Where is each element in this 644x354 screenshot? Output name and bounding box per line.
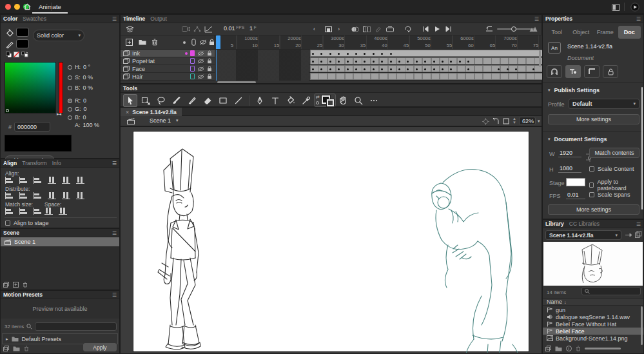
align-left-icon[interactable] [5,177,14,184]
keyframe-dot[interactable] [355,53,357,55]
keyframe-dot[interactable] [364,53,366,55]
keyframe-dot[interactable] [433,68,435,70]
app-tab-animate[interactable]: Animate [32,2,68,14]
scene-list-item[interactable]: Scene 1 [1,237,119,246]
apply-preset-button[interactable]: Apply [83,343,117,351]
hue-radio[interactable] [68,65,72,70]
keyframe-dot[interactable] [373,61,375,63]
keyframe-dot[interactable] [364,61,366,63]
saturation-brightness-box[interactable] [5,62,56,113]
frame-span[interactable] [310,73,543,80]
keyframe-dot[interactable] [373,68,375,70]
keyframe-dot[interactable] [416,61,418,63]
hue-slider-handle[interactable]: ▸◂ [57,112,61,117]
height-value[interactable]: 1080 [558,165,581,173]
keyframe-dot[interactable] [320,53,322,55]
layer-name[interactable]: Face [132,66,188,72]
document-settings-header[interactable]: Document Settings [554,136,607,143]
keyframe-dot[interactable] [450,68,452,70]
scale-content-checkbox[interactable] [589,166,594,172]
panel-menu-icon[interactable]: ☰ [636,16,641,22]
keyframe-dot[interactable] [442,61,444,63]
layer-hidden-icon[interactable] [197,51,204,56]
frame-span[interactable] [310,57,543,64]
timeline-zoom-max-icon[interactable] [529,26,538,32]
keyframe-dot[interactable] [450,61,452,63]
fps-field-value[interactable]: 0.01 [566,192,585,199]
layer-hidden-icon[interactable] [197,66,204,72]
brightness-radio[interactable] [68,86,72,90]
outline-column-icon[interactable] [191,39,196,46]
color-type-dropdown[interactable]: Solid color▾ [33,30,84,41]
keyframe-dot[interactable] [433,61,435,63]
layer-frames-face[interactable] [309,65,543,73]
add-scene-icon[interactable] [13,282,19,288]
tool-stroke-color-icon[interactable] [316,101,319,104]
swap-tool-colors-icon[interactable]: ⇄ [316,95,320,100]
keyframe-dot[interactable] [407,68,409,70]
new-folder-icon[interactable] [13,346,20,351]
keyframe-dot[interactable] [398,61,400,63]
delete-scene-icon[interactable] [23,282,28,288]
keyframe-dot[interactable] [390,61,392,63]
layer-frames-ink[interactable] [309,50,543,57]
paint-bucket-tool[interactable] [284,94,298,107]
workspace-icon[interactable] [612,4,620,11]
onion-skin-outlines-icon[interactable] [363,26,371,32]
new-symbol-icon[interactable] [545,346,551,351]
delete-layer-icon[interactable] [151,39,158,46]
tab-color[interactable]: Color [3,15,17,22]
keyframe-dot[interactable] [355,61,357,63]
keyframe-dot[interactable] [442,68,444,70]
edit-scene-icon[interactable] [127,118,135,124]
symbol-edit-icon[interactable] [503,118,509,124]
edit-multiple-frames-icon[interactable] [375,26,382,32]
library-document-dropdown[interactable]: Scene 1.14-v2.fla▾ [545,230,621,240]
tab-timeline[interactable]: Timeline [123,15,145,22]
timeline-vscrollbar[interactable] [539,50,541,67]
blue-radio[interactable] [68,115,72,120]
library-hscrollbar[interactable] [585,348,621,349]
tab-library[interactable]: Library [545,221,564,227]
classic-brush-tool[interactable] [185,94,199,107]
distribute-bottom-icon[interactable] [34,192,42,199]
tab-swatches[interactable]: Swatches [23,15,46,22]
center-frame-icon[interactable] [325,26,332,32]
stage-character-right[interactable] [432,169,520,353]
keyframe-dot[interactable] [424,68,426,70]
keyframe-dot[interactable] [398,68,400,70]
zoom-level-value[interactable]: 62% [519,117,536,125]
fill-color-swatch[interactable] [16,28,29,37]
step-back-icon[interactable] [422,26,429,32]
properties-scrollbar[interactable] [641,87,643,210]
red-radio[interactable] [68,99,72,103]
layer-frames-hair[interactable] [309,73,543,81]
align-middle-vertical-icon[interactable] [62,177,70,184]
distribute-top-icon[interactable] [5,192,14,199]
stage-color-swatch[interactable] [566,178,585,186]
publish-more-settings-button[interactable]: More settings [548,114,639,124]
layer-color-chip[interactable] [190,74,195,79]
line-tool[interactable] [231,94,246,107]
keyframe-dot[interactable] [329,53,331,55]
layer-frames-popehat[interactable] [309,57,543,65]
apply-to-pasteboard-checkbox[interactable] [589,182,594,188]
panel-menu-icon[interactable]: ☰ [112,230,117,236]
panel-menu-icon[interactable]: ☰ [112,161,117,166]
free-transform-tool[interactable] [139,94,153,107]
tab-align[interactable]: Align [3,160,17,166]
layer-lock-icon[interactable] [207,50,212,56]
canvas-pasteboard[interactable] [120,126,542,354]
saturation-radio-value[interactable]: 0 % [83,74,93,81]
new-library-panel-icon[interactable] [635,231,641,238]
keyframe-dot[interactable] [532,68,534,70]
step-forward-icon[interactable] [445,26,452,32]
layer-lock-icon[interactable] [207,58,212,64]
tab-info[interactable]: Info [52,160,61,166]
tab-output[interactable]: Output [150,15,167,22]
keyframe-dot[interactable] [312,68,314,70]
tool-stroke-chip[interactable] [327,99,334,106]
layer-parenting-icon[interactable] [126,26,134,33]
width-value[interactable]: 1920 [558,150,581,157]
quick-share-icon[interactable] [630,3,639,12]
